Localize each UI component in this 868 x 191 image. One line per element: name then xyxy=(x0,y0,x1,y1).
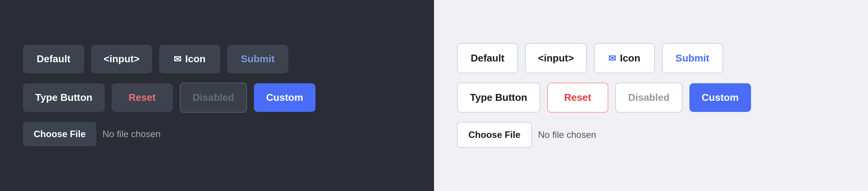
light-reset-label: Reset xyxy=(564,92,591,104)
light-row-2: Type Button Reset Disabled Custom xyxy=(457,83,845,113)
dark-no-file-text: No file chosen xyxy=(102,129,161,139)
dark-custom-button[interactable]: Custom xyxy=(254,83,315,112)
envelope-icon: ✉ xyxy=(174,54,181,65)
light-choose-file-label: Choose File xyxy=(468,129,520,140)
dark-input-label: <input> xyxy=(104,53,140,65)
light-disabled-label: Disabled xyxy=(628,92,670,104)
light-row-1: Default <input> ✉ Icon Submit xyxy=(457,43,845,73)
light-no-file-text: No file chosen xyxy=(538,129,596,140)
dark-custom-label: Custom xyxy=(266,92,303,104)
light-typebutton-button[interactable]: Type Button xyxy=(457,83,540,113)
dark-typebutton-button[interactable]: Type Button xyxy=(23,83,105,112)
light-custom-button[interactable]: Custom xyxy=(689,83,751,112)
dark-row-1: Default <input> ✉ Icon Submit xyxy=(23,45,411,73)
light-icon-label: Icon xyxy=(620,52,640,64)
light-default-label: Default xyxy=(471,52,504,64)
light-choose-file-button[interactable]: Choose File xyxy=(457,122,532,148)
light-custom-label: Custom xyxy=(702,92,739,104)
dark-icon-button[interactable]: ✉ Icon xyxy=(159,45,220,73)
dark-row-2: Type Button Reset Disabled Custom xyxy=(23,83,411,113)
dark-submit-button[interactable]: Submit xyxy=(227,45,288,73)
dark-submit-label: Submit xyxy=(241,53,275,65)
light-default-button[interactable]: Default xyxy=(457,43,518,73)
dark-default-button[interactable]: Default xyxy=(23,45,84,73)
light-panel: Default <input> ✉ Icon Submit Type Butto… xyxy=(434,0,868,191)
light-reset-button[interactable]: Reset xyxy=(547,83,608,113)
dark-choose-file-label: Choose File xyxy=(34,129,86,139)
dark-reset-label: Reset xyxy=(128,92,156,104)
envelope-icon-light: ✉ xyxy=(608,53,616,64)
dark-typebutton-label: Type Button xyxy=(35,92,93,104)
dark-disabled-label: Disabled xyxy=(193,92,234,104)
light-submit-label: Submit xyxy=(676,52,709,64)
dark-icon-label: Icon xyxy=(185,53,205,65)
light-icon-button[interactable]: ✉ Icon xyxy=(594,43,655,73)
light-disabled-button: Disabled xyxy=(615,83,683,113)
light-input-button[interactable]: <input> xyxy=(525,43,587,73)
light-input-label: <input> xyxy=(538,52,574,64)
light-typebutton-label: Type Button xyxy=(470,92,527,104)
light-submit-button[interactable]: Submit xyxy=(662,43,723,73)
dark-disabled-button: Disabled xyxy=(180,83,247,113)
dark-choose-file-button[interactable]: Choose File xyxy=(23,122,96,146)
dark-file-input-row: Choose File No file chosen xyxy=(23,122,411,146)
light-file-input-row: Choose File No file chosen xyxy=(457,122,845,148)
dark-input-button[interactable]: <input> xyxy=(91,45,152,73)
dark-panel: Default <input> ✉ Icon Submit Type Butto… xyxy=(0,0,434,191)
dark-reset-button[interactable]: Reset xyxy=(112,83,173,112)
dark-default-label: Default xyxy=(37,53,70,65)
